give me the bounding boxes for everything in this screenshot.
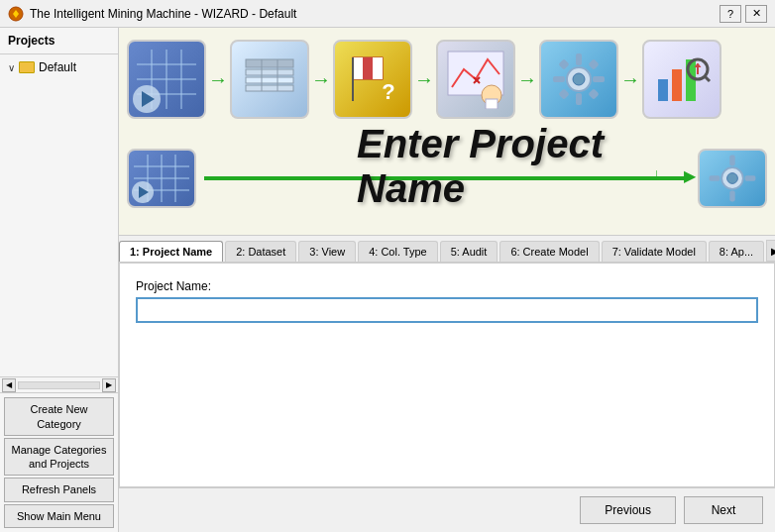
- title-bar: The Intelligent Mining Machine - WIZARD …: [0, 0, 775, 28]
- tab-ap[interactable]: 8: Ap...: [709, 241, 764, 262]
- svg-rect-35: [658, 79, 668, 101]
- title-bar-controls: ? ✕: [720, 5, 767, 23]
- arrow-1: →: [208, 68, 228, 91]
- sidebar-header: Projects: [0, 28, 118, 54]
- svg-point-26: [573, 73, 585, 85]
- svg-rect-36: [672, 69, 682, 101]
- step-icon-bottom-right: [698, 149, 767, 208]
- svg-rect-16: [363, 57, 373, 79]
- svg-rect-52: [745, 175, 756, 180]
- svg-rect-24: [486, 99, 498, 109]
- project-name-label: Project Name:: [136, 279, 758, 293]
- step-icon-3: ?: [333, 40, 412, 119]
- step-icons-row: → →: [127, 36, 767, 124]
- svg-text:?: ?: [382, 79, 394, 104]
- svg-rect-11: [246, 85, 293, 91]
- refresh-panels-button[interactable]: Refresh Panels: [4, 478, 114, 501]
- sidebar-tree: ∨ Default: [0, 54, 118, 376]
- content-area: → →: [119, 28, 775, 532]
- step-icon-5: [539, 40, 618, 119]
- tree-arrow: ∨: [8, 62, 15, 73]
- svg-rect-32: [588, 59, 599, 70]
- svg-rect-10: [246, 77, 293, 83]
- svg-rect-30: [593, 76, 605, 82]
- create-category-button[interactable]: Create New Category: [4, 397, 114, 436]
- svg-point-48: [727, 172, 738, 183]
- arrow-3: →: [414, 68, 434, 91]
- sidebar: Projects ∨ Default ◀ ▶ Create New Catego…: [0, 28, 119, 532]
- arrow-2: →: [311, 68, 331, 91]
- tab-audit[interactable]: 5: Audit: [440, 241, 498, 262]
- step-icon-1: [127, 40, 206, 119]
- svg-rect-50: [729, 190, 734, 201]
- main-container: Projects ∨ Default ◀ ▶ Create New Catego…: [0, 28, 775, 532]
- app-icon: [8, 6, 24, 22]
- step-icon-2: [230, 40, 309, 119]
- footer: Previous Next: [119, 487, 775, 532]
- svg-rect-33: [558, 89, 569, 100]
- svg-rect-31: [558, 59, 569, 70]
- tab-validate-model[interactable]: 7: Validate Model: [602, 241, 707, 262]
- tab-col-type[interactable]: 4: Col. Type: [358, 241, 438, 262]
- scroll-left-btn[interactable]: ◀: [2, 378, 16, 392]
- svg-rect-49: [729, 155, 734, 165]
- sidebar-buttons: Create New Category Manage Categories an…: [0, 392, 118, 532]
- close-button[interactable]: ✕: [745, 5, 767, 23]
- step-icon-4: [436, 40, 515, 119]
- svg-rect-51: [710, 175, 720, 180]
- svg-rect-28: [576, 93, 582, 105]
- project-name-input[interactable]: [136, 297, 758, 323]
- tab-scroll-right-btn[interactable]: ▶: [766, 240, 775, 262]
- svg-line-39: [705, 76, 710, 81]
- wizard-header: → →: [119, 28, 775, 236]
- tab-create-model[interactable]: 6: Create Model: [499, 241, 599, 262]
- tree-item-label: Default: [39, 60, 76, 74]
- svg-rect-27: [576, 53, 582, 65]
- arrow-5: →: [620, 68, 640, 91]
- arrow-4: →: [517, 68, 537, 91]
- step-icon-bottom-1: [127, 149, 196, 208]
- svg-rect-8: [246, 59, 293, 67]
- sidebar-scrollbar: ◀ ▶: [0, 376, 118, 392]
- wizard-big-title: Enter Project Name: [357, 122, 686, 211]
- svg-rect-9: [246, 69, 293, 75]
- svg-rect-29: [553, 76, 565, 82]
- svg-rect-17: [373, 57, 383, 79]
- show-main-menu-button[interactable]: Show Main Menu: [4, 504, 114, 528]
- manage-categories-button[interactable]: Manage Categories and Projects: [4, 438, 114, 477]
- play-triangle-1: [142, 91, 155, 107]
- tab-project-name[interactable]: 1: Project Name: [119, 241, 223, 262]
- title-bar-left: The Intelligent Mining Machine - WIZARD …: [8, 6, 296, 22]
- tabs-container: 1: Project Name 2: Dataset 3: View 4: Co…: [119, 236, 775, 263]
- folder-icon: [19, 61, 35, 73]
- svg-rect-15: [353, 57, 363, 79]
- help-button[interactable]: ?: [720, 5, 741, 23]
- next-button[interactable]: Next: [684, 496, 763, 524]
- sidebar-item-default[interactable]: ∨ Default: [4, 58, 114, 76]
- tab-dataset[interactable]: 2: Dataset: [225, 241, 296, 262]
- step-icon-6: [642, 40, 721, 119]
- tab-view[interactable]: 3: View: [298, 241, 356, 262]
- previous-button[interactable]: Previous: [580, 496, 676, 524]
- form-area: Project Name:: [119, 263, 775, 487]
- scroll-track: [18, 381, 100, 389]
- svg-rect-34: [588, 89, 599, 100]
- scroll-right-btn[interactable]: ▶: [102, 378, 116, 392]
- title-text: The Intelligent Mining Machine - WIZARD …: [30, 7, 296, 21]
